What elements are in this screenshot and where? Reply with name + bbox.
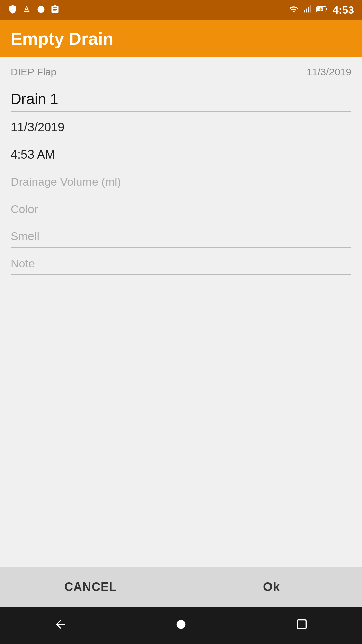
status-icons-left — [8, 5, 60, 16]
form-spacer — [11, 277, 351, 567]
svg-point-8 — [177, 620, 186, 629]
status-icons-right: 4:53 — [288, 4, 354, 16]
shield-icon — [8, 5, 17, 16]
svg-point-0 — [38, 6, 44, 12]
color-input[interactable] — [11, 196, 351, 220]
app-bar: Empty Drain — [0, 20, 362, 57]
note-input[interactable] — [11, 250, 351, 275]
svg-rect-6 — [326, 8, 327, 10]
drain-name-field — [11, 85, 351, 112]
wifi-icon — [288, 5, 299, 16]
time-input[interactable] — [11, 142, 351, 166]
battery-icon — [316, 5, 328, 16]
time-field — [11, 142, 351, 166]
ok-button[interactable]: Ok — [181, 567, 362, 607]
svg-rect-2 — [306, 8, 307, 12]
note-field — [11, 250, 351, 275]
smell-input[interactable] — [11, 223, 351, 248]
svg-rect-4 — [310, 5, 311, 12]
app-bar-title: Empty Drain — [11, 29, 113, 49]
drainage-volume-field — [11, 169, 351, 193]
clipboard-icon — [50, 5, 60, 16]
nav-bar — [0, 607, 362, 644]
home-icon[interactable] — [174, 618, 188, 634]
cancel-button[interactable]: CANCEL — [0, 567, 181, 607]
date-field — [11, 114, 351, 139]
font-icon — [22, 5, 32, 16]
subtitle-row: DIEP Flap 11/3/2019 — [0, 57, 362, 85]
button-row: CANCEL Ok — [0, 567, 362, 607]
status-bar: 4:53 — [0, 0, 362, 20]
color-field — [11, 196, 351, 220]
svg-rect-3 — [308, 7, 309, 12]
record-icon — [36, 5, 46, 16]
form-area — [0, 85, 362, 567]
back-icon[interactable] — [54, 618, 67, 634]
smell-field — [11, 223, 351, 248]
procedure-date: 11/3/2019 — [307, 66, 351, 78]
recents-icon[interactable] — [295, 618, 308, 634]
svg-rect-9 — [297, 620, 306, 629]
drainage-volume-input[interactable] — [11, 169, 351, 193]
drain-name-input[interactable] — [11, 85, 351, 112]
date-input[interactable] — [11, 114, 351, 139]
svg-rect-1 — [304, 10, 305, 12]
signal-icon — [303, 5, 312, 16]
status-time: 4:53 — [333, 4, 354, 16]
procedure-label: DIEP Flap — [11, 66, 56, 78]
